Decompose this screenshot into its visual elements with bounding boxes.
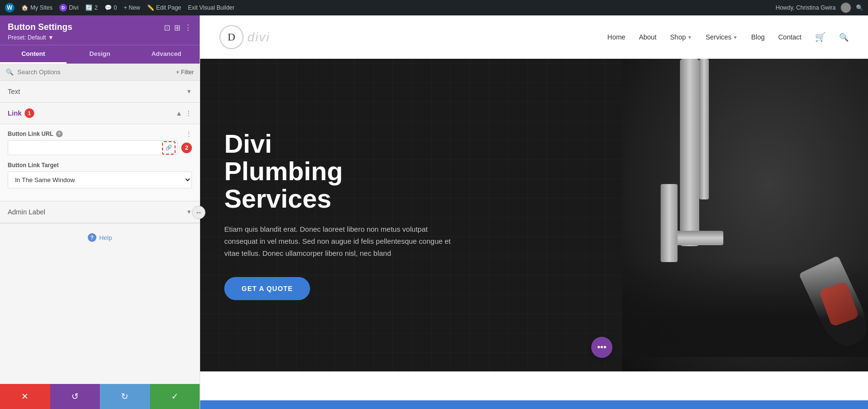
text-accordion-header[interactable]: Text ▼ (0, 81, 200, 102)
main-layout: Button Settings Preset: Default ▼ ⊡ ⊞ ⋮ (0, 15, 868, 409)
tab-design[interactable]: Design (67, 45, 133, 64)
search-admin-icon[interactable]: 🔍 (856, 4, 863, 11)
services-chevron-icon: ▼ (733, 35, 738, 40)
link-chevron-up-icon[interactable]: ▲ (176, 109, 182, 117)
url-help-icon[interactable]: ? (56, 131, 63, 137)
link-badge: 1 (25, 108, 34, 118)
left-panel: Button Settings Preset: Default ▼ ⊡ ⊞ ⋮ (0, 15, 200, 409)
target-field-label: Button Link Target (8, 162, 59, 169)
url-more-icon[interactable]: ⋮ (186, 130, 192, 137)
help-circle-icon: ? (88, 233, 96, 242)
divi-icon: D (59, 4, 67, 12)
panel-title: Button Settings (8, 22, 72, 32)
url-field-label: Button Link URL ? (8, 131, 63, 137)
admin-label-chevron-down-icon: ▼ (186, 209, 192, 215)
help-section: ? Help (0, 224, 200, 251)
panel-header-actions: ⊡ ⊞ ⋮ (164, 23, 192, 32)
panel-icon-more[interactable]: ⋮ (184, 23, 192, 32)
url-input-row: 🔗 2 (8, 140, 192, 155)
filter-button[interactable]: + Filter (176, 69, 194, 76)
url-input[interactable] (8, 140, 177, 155)
text-section-title: Text (8, 88, 20, 95)
pipe-v2 (699, 59, 709, 199)
help-link[interactable]: Help (99, 234, 112, 241)
nav-item-contact[interactable]: Contact (778, 33, 801, 41)
hero-description: Etiam quis blandit erat. Donec laoreet l… (224, 224, 456, 259)
nav-item-blog[interactable]: Blog (751, 33, 765, 41)
admin-label-header[interactable]: Admin Label ▼ (0, 201, 200, 223)
cart-icon[interactable]: 🛒 (815, 32, 826, 42)
search-icon: 🔍 (6, 68, 14, 76)
logo-circle: D (219, 25, 244, 49)
white-strip (200, 371, 868, 400)
nav-item-about[interactable]: About (639, 33, 657, 41)
link-title-row: Link 1 (8, 108, 34, 118)
wordpress-icon[interactable]: W (5, 3, 14, 13)
nav-item-services[interactable]: Services ▼ (705, 33, 738, 41)
pipe-v3 (661, 184, 678, 262)
site-logo: D divi (219, 25, 270, 49)
redo-button[interactable]: ↻ (100, 384, 150, 409)
collapse-panel-arrow[interactable]: ↔ (192, 206, 205, 219)
my-sites-menu[interactable]: 🏠 My Sites (21, 4, 53, 11)
logo-text: divi (247, 30, 270, 45)
save-button[interactable]: ✓ (150, 384, 200, 409)
comment-icon: 💬 (105, 4, 112, 11)
panel-preset: Preset: Default ▼ (8, 34, 72, 41)
tab-advanced[interactable]: Advanced (133, 45, 200, 64)
sync-item[interactable]: 🔄 2 (85, 4, 98, 11)
site-header: D divi Home About Shop ▼ Services ▼ (200, 15, 868, 59)
text-section: Text ▼ (0, 81, 200, 103)
admin-bar: W 🏠 My Sites D Divi 🔄 2 💬 0 + New ✏️ Edi… (0, 0, 868, 15)
search-input[interactable] (17, 68, 172, 76)
panel-icon-screen[interactable]: ⊡ (164, 23, 170, 32)
url-link-icon-btn[interactable]: 🔗 (162, 141, 176, 155)
link-header-icons: ▲ ⋮ (176, 109, 192, 117)
left-panel-wrapper: Button Settings Preset: Default ▼ ⊡ ⊞ ⋮ (0, 15, 200, 409)
house-icon: 🏠 (21, 4, 28, 11)
cancel-button[interactable]: ✕ (0, 384, 50, 409)
text-chevron-down-icon: ▼ (186, 88, 192, 95)
preset-chevron: ▼ (48, 34, 54, 41)
panel-icon-layout[interactable]: ⊞ (174, 23, 180, 32)
panel-header: Button Settings Preset: Default ▼ ⊡ ⊞ ⋮ (0, 15, 200, 45)
hero-left: DiviPlumbingServices Etiam quis blandit … (200, 59, 622, 371)
search-bar: 🔍 + Filter (0, 64, 200, 81)
new-button[interactable]: + New (123, 4, 140, 11)
hero-right (622, 59, 868, 371)
hero-image (622, 59, 868, 371)
divi-menu[interactable]: D Divi (59, 4, 79, 12)
link-section-header: Link 1 ▲ ⋮ (0, 103, 200, 124)
user-avatar[interactable] (841, 2, 851, 13)
nav-search-icon[interactable]: 🔍 (839, 33, 849, 42)
panel-content: Text ▼ Link 1 ▲ (0, 81, 200, 384)
sync-icon: 🔄 (85, 4, 93, 11)
floating-action-button[interactable]: ••• (591, 337, 612, 358)
link-more-icon[interactable]: ⋮ (185, 109, 192, 117)
button-link-target-field: Button Link Target In The Same WindowIn … (8, 162, 192, 188)
panel-header-row: Button Settings Preset: Default ▼ ⊡ ⊞ ⋮ (8, 22, 192, 41)
exit-builder-button[interactable]: Exit Visual Builder (188, 4, 235, 11)
target-select-wrap: In The Same WindowIn The New Tab (8, 172, 192, 188)
panel-title-group: Button Settings Preset: Default ▼ (8, 22, 72, 41)
target-select[interactable]: In The Same WindowIn The New Tab (8, 172, 192, 188)
hero-section: DiviPlumbingServices Etiam quis blandit … (200, 59, 868, 371)
link-section-title: Link (8, 109, 22, 117)
undo-button[interactable]: ↺ (50, 384, 100, 409)
edit-page-button[interactable]: ✏️ Edit Page (147, 4, 181, 11)
logo-d-letter: D (228, 31, 235, 43)
admin-label-section: Admin Label ▼ (0, 201, 200, 224)
comments-item[interactable]: 💬 0 (105, 4, 117, 11)
preview-area: D divi Home About Shop ▼ Services ▼ (200, 15, 868, 409)
nav-item-home[interactable]: Home (608, 33, 625, 41)
nav-item-shop[interactable]: Shop ▼ (670, 33, 692, 41)
admin-label-title: Admin Label (8, 208, 45, 216)
pipe-v1 (680, 59, 699, 246)
site-nav: Home About Shop ▼ Services ▼ Blog Contac (608, 32, 849, 42)
url-label-row: Button Link URL ? ⋮ (8, 130, 192, 137)
shop-chevron-icon: ▼ (687, 35, 692, 40)
get-a-quote-button[interactable]: GET A QUOTE (224, 277, 310, 300)
url-field-actions: ⋮ (186, 130, 192, 137)
button-link-url-field: Button Link URL ? ⋮ (8, 130, 192, 155)
tab-content[interactable]: Content (0, 45, 67, 64)
